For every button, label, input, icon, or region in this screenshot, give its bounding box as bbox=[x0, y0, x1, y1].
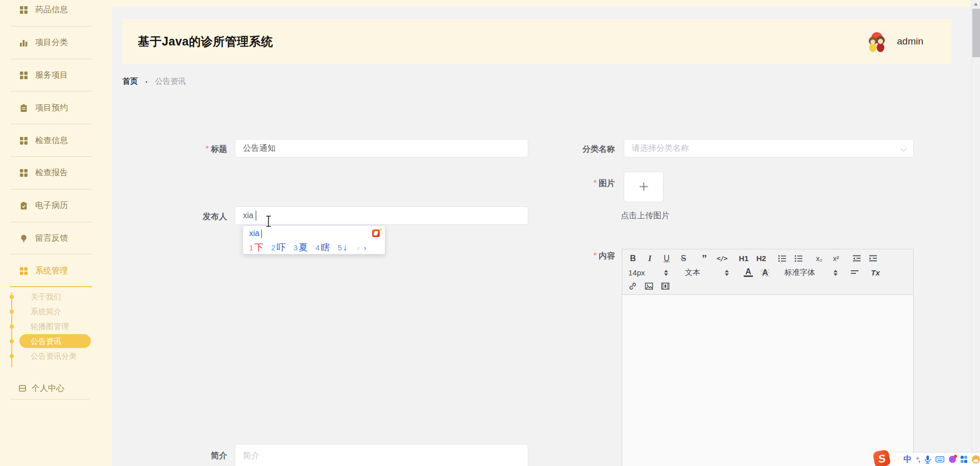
candidate-number: 4 bbox=[315, 243, 320, 252]
text-style-select[interactable]: 文本 bbox=[685, 268, 729, 277]
sogou-logo-icon[interactable]: S bbox=[873, 450, 891, 466]
clinic-admin-screen: 药品信息 项目分类 服务项目 项目预约 bbox=[0, 0, 980, 466]
sidebar-subitem-system-intro[interactable]: 系统简介 bbox=[0, 304, 112, 319]
text-caret bbox=[256, 211, 256, 221]
plus-icon: + bbox=[639, 178, 649, 195]
updown-arrows-icon bbox=[664, 270, 668, 276]
sidebar-item-personal-center[interactable]: 个人中心 bbox=[0, 377, 112, 400]
publisher-input[interactable] bbox=[235, 206, 528, 225]
image-upload-hint: 点击上传图片 bbox=[621, 211, 670, 221]
italic-button[interactable]: I bbox=[645, 254, 654, 263]
ime-prev-page-button[interactable]: ‹ bbox=[357, 243, 360, 252]
main-area: 基于Java的诊所管理系统 admin bbox=[112, 0, 971, 466]
underline-button[interactable]: U bbox=[662, 254, 671, 263]
superscript-button[interactable]: x² bbox=[831, 254, 841, 263]
sidebar-item-system-management[interactable]: 系统管理 bbox=[0, 254, 112, 287]
sidebar-item-project-reservation[interactable]: 项目预约 bbox=[0, 91, 112, 124]
subscript-button[interactable]: x₂ bbox=[815, 254, 824, 263]
sidebar-subitem-carousel-management[interactable]: 轮播图管理 bbox=[0, 319, 112, 334]
ordered-list-button[interactable] bbox=[778, 254, 787, 263]
ime-candidate[interactable]: 1 下 bbox=[249, 241, 263, 253]
avatar[interactable] bbox=[865, 30, 889, 53]
breadcrumb-separator: • bbox=[145, 79, 148, 85]
microphone-icon[interactable] bbox=[924, 455, 931, 464]
blockquote-button[interactable]: ” bbox=[700, 255, 709, 262]
image-field-label: *图片 bbox=[500, 178, 615, 189]
ime-candidate-list: 1 下 2 吓 3 夏 4 瞎 5 ↓ bbox=[249, 241, 366, 253]
highlight-color-button[interactable]: A bbox=[761, 269, 770, 277]
ibeam-cursor bbox=[264, 215, 273, 230]
username-label: admin bbox=[897, 36, 923, 47]
ime-next-page-button[interactable]: › bbox=[364, 243, 366, 252]
candidate-text: 夏 bbox=[299, 241, 308, 253]
breadcrumb: 首页 • 公告资讯 bbox=[122, 77, 186, 86]
sidebar-item-check-report[interactable]: 检查报告 bbox=[0, 157, 112, 190]
sidebar-item-service-projects[interactable]: 服务项目 bbox=[0, 59, 112, 92]
vertical-scrollbar[interactable] bbox=[971, 0, 980, 466]
clipboard-icon bbox=[19, 104, 28, 112]
candidate-text: 吓 bbox=[277, 241, 286, 253]
outdent-button[interactable] bbox=[852, 254, 861, 263]
title-input[interactable] bbox=[235, 139, 528, 157]
intro-field-label: 简介 bbox=[112, 451, 227, 461]
strikethrough-button[interactable]: S bbox=[679, 254, 688, 263]
sidebar-item-check-info[interactable]: 检查信息 bbox=[0, 124, 112, 157]
breadcrumb-home-link[interactable]: 首页 bbox=[122, 77, 138, 86]
ime-candidate[interactable]: 2 吓 bbox=[271, 241, 285, 253]
editor-content-area[interactable] bbox=[622, 295, 913, 466]
sogou-logo-icon bbox=[372, 229, 380, 237]
sidebar-item-medical-record[interactable]: 电子病历 bbox=[0, 190, 112, 222]
ime-language-mode[interactable]: 中 bbox=[903, 454, 912, 465]
sidebar-item-feedback[interactable]: 留言反馈 bbox=[0, 222, 112, 255]
candidate-number: 1 bbox=[249, 243, 253, 252]
category-placeholder: 请选择分类名称 bbox=[632, 143, 689, 154]
category-select[interactable]: 请选择分类名称 bbox=[624, 139, 914, 157]
clear-format-button[interactable]: Tx bbox=[871, 268, 880, 277]
scrollbar-thumb[interactable] bbox=[972, 9, 980, 57]
ime-toolbox-icon[interactable] bbox=[961, 456, 968, 463]
sidebar-subitem-announcement[interactable]: 公告资讯 bbox=[19, 334, 91, 348]
candidate-text: ↓ bbox=[343, 242, 348, 253]
bar-chart-icon bbox=[19, 38, 28, 47]
sidebar-item-medicine-info[interactable]: 药品信息 bbox=[0, 0, 112, 27]
ime-candidate[interactable]: 5 ↓ bbox=[337, 242, 347, 253]
ime-punctuation-icon[interactable]: °, bbox=[916, 456, 920, 463]
sidebar: 药品信息 项目分类 服务项目 项目预约 bbox=[0, 0, 112, 466]
candidate-number: 2 bbox=[271, 243, 275, 252]
candidate-number: 3 bbox=[293, 243, 298, 252]
emoji-icon[interactable] bbox=[972, 455, 980, 463]
image-button[interactable] bbox=[645, 282, 653, 290]
ime-pager: ‹ › bbox=[357, 243, 366, 252]
sidebar-subitem-about-us[interactable]: 关于我们 bbox=[0, 289, 112, 304]
link-button[interactable] bbox=[628, 282, 637, 290]
image-upload-box[interactable]: + bbox=[624, 172, 664, 202]
align-button[interactable] bbox=[850, 269, 859, 277]
ime-status-bar: 中 °, bbox=[888, 453, 980, 466]
header1-button[interactable]: H1 bbox=[739, 254, 748, 263]
intro-textarea[interactable] bbox=[235, 444, 528, 466]
header2-button[interactable]: H2 bbox=[756, 254, 766, 263]
video-button[interactable] bbox=[661, 282, 670, 290]
scrollbar-up-arrow[interactable] bbox=[974, 3, 978, 6]
clipboard-check-icon bbox=[19, 201, 28, 210]
bold-button[interactable]: B bbox=[628, 254, 638, 263]
sidebar-subitem-announcement-category[interactable]: 公告资讯分类 bbox=[0, 348, 112, 363]
indent-button[interactable] bbox=[869, 254, 877, 263]
top-strip bbox=[112, 0, 971, 7]
font-family-select[interactable]: 标准字体 bbox=[785, 268, 838, 277]
ime-candidate[interactable]: 4 瞎 bbox=[315, 241, 330, 253]
subitem-label: 关于我们 bbox=[31, 292, 61, 301]
bullet-list-button[interactable] bbox=[794, 254, 803, 263]
candidate-number: 5 bbox=[337, 243, 341, 252]
sidebar-item-label: 服务项目 bbox=[35, 70, 68, 81]
sidebar-item-project-category[interactable]: 项目分类 bbox=[0, 27, 112, 59]
font-size-select[interactable]: 14px bbox=[628, 268, 668, 277]
keyboard-icon[interactable] bbox=[936, 456, 944, 462]
grid-icon bbox=[19, 71, 28, 80]
code-block-button[interactable]: </> bbox=[717, 254, 727, 263]
user-menu[interactable]: admin bbox=[865, 30, 923, 53]
ime-candidate[interactable]: 3 夏 bbox=[293, 241, 308, 253]
ime-skin-icon[interactable] bbox=[949, 456, 956, 463]
text-color-button[interactable]: A bbox=[744, 268, 753, 277]
sidebar-item-label: 系统管理 bbox=[35, 266, 68, 276]
